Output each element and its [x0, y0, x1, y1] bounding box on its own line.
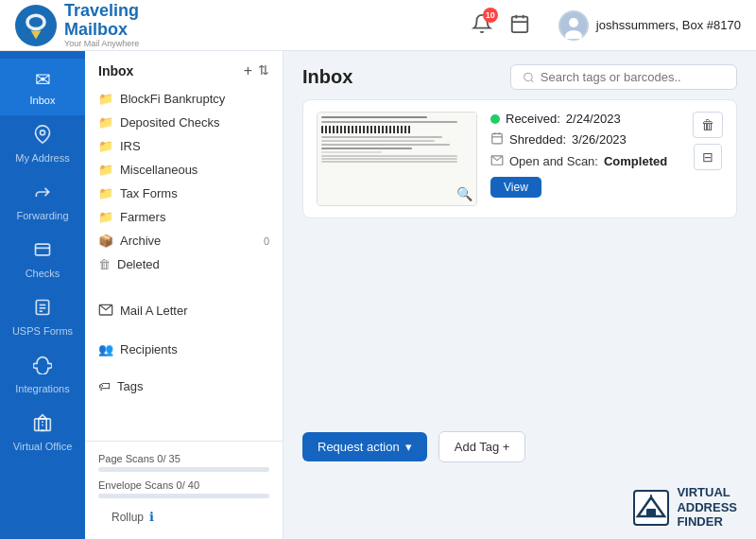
- folder-miscellaneous[interactable]: 📁 Miscellaneous: [85, 158, 283, 182]
- inbox-icon: ✉: [35, 68, 51, 91]
- open-scan-status: Completed: [604, 154, 667, 168]
- nav-inbox[interactable]: ✉ Inbox: [0, 59, 85, 115]
- forwarding-icon: [33, 183, 52, 206]
- rollup-label: Rollup: [112, 511, 144, 524]
- envelope-scans-label: Envelope Scans 0/ 40: [98, 479, 269, 491]
- location-icon: [33, 125, 52, 148]
- received-dot: [490, 114, 500, 124]
- folder-archive-count: 0: [264, 235, 269, 247]
- archive-icon: 📦: [98, 234, 113, 248]
- nav-virtual-office-label: Virtual Office: [13, 441, 73, 452]
- folder-archive[interactable]: 📦 Archive 0: [85, 229, 283, 252]
- header: TravelingMailbox Your Mail Anywhere 10: [0, 0, 756, 51]
- request-action-label: Request action: [318, 440, 400, 454]
- action-bar: Request action ▾ Add Tag +: [284, 424, 756, 476]
- folder-deleted-label: Deleted: [117, 257, 160, 271]
- mail-letter-section: Mail A Letter: [85, 287, 283, 328]
- request-action-btn[interactable]: Request action ▾: [302, 432, 427, 461]
- checks-icon: [33, 240, 52, 264]
- notification-bell[interactable]: 10: [472, 13, 492, 37]
- nav-usps-label: USPS Forms: [12, 325, 73, 337]
- svg-rect-12: [36, 244, 50, 255]
- virtual-office-icon: [33, 413, 52, 437]
- mail-meta: Received: 2/24/2023: [490, 112, 679, 198]
- folder-blockfi[interactable]: 📁 BlockFi Bankruptcy: [85, 87, 283, 111]
- open-scan-row: Open and Scan: Completed: [490, 153, 679, 169]
- tags-section: 🏷 Tags: [85, 365, 283, 402]
- folder-deposited-checks-label: Deposited Checks: [120, 115, 220, 130]
- logo-subtitle: Your Mail Anywhere: [64, 39, 139, 48]
- nav-virtual-office[interactable]: Virtual Office: [0, 404, 85, 461]
- nav-checks[interactable]: Checks: [0, 231, 85, 288]
- mail-actions: 🗑 ⊟: [693, 112, 723, 170]
- folder-farmers[interactable]: 📁 Farmers: [85, 205, 283, 229]
- folder-tax-forms-label: Tax Forms: [120, 186, 178, 200]
- nav-forwarding-label: Forwarding: [16, 210, 68, 221]
- svg-point-11: [41, 130, 45, 135]
- svg-line-24: [531, 79, 533, 81]
- filter-btn[interactable]: ⇅: [258, 62, 269, 79]
- nav-integrations[interactable]: Integrations: [0, 346, 85, 404]
- logo-title: TravelingMailbox: [64, 2, 139, 40]
- folder-farmers-label: Farmers: [120, 210, 165, 224]
- usps-icon: [33, 298, 52, 322]
- folder-blockfi-label: BlockFi Bankruptcy: [120, 92, 225, 106]
- nav-my-address[interactable]: My Address: [0, 115, 85, 173]
- trash-icon: 🗑: [98, 257, 111, 271]
- nav-integrations-label: Integrations: [15, 383, 69, 394]
- folder-tax-forms[interactable]: 📁 Tax Forms: [85, 182, 283, 205]
- open-scan-icon: [490, 153, 504, 169]
- add-tag-btn[interactable]: Add Tag +: [438, 431, 526, 462]
- received-row: Received: 2/24/2023: [490, 112, 679, 126]
- folder-irs-label: IRS: [120, 139, 141, 153]
- folder-icon: 📁: [98, 115, 113, 130]
- content-header: Inbox: [284, 51, 756, 99]
- integrations-icon: [33, 356, 52, 379]
- delete-mail-btn[interactable]: 🗑: [693, 112, 723, 138]
- svg-rect-31: [646, 509, 656, 516]
- folder-header: Inbox + ⇅: [85, 51, 283, 87]
- recipients-btn[interactable]: 👥 Recipients: [98, 338, 269, 361]
- magnify-icon[interactable]: 🔍: [456, 186, 472, 201]
- calendar-icon[interactable]: [509, 13, 530, 37]
- recipients-section: 👥 Recipients: [85, 328, 283, 365]
- rollup-row: Rollup ℹ: [98, 506, 269, 528]
- mail-letter-btn[interactable]: Mail A Letter: [98, 297, 269, 324]
- tags-btn[interactable]: 🏷 Tags: [98, 374, 269, 398]
- nav-forwarding[interactable]: Forwarding: [0, 173, 85, 231]
- folder-sidebar-title: Inbox: [98, 63, 133, 78]
- page-title: Inbox: [302, 66, 352, 88]
- svg-point-23: [524, 73, 533, 81]
- received-label: Received:: [506, 112, 560, 126]
- view-button[interactable]: View: [490, 177, 541, 198]
- folder-header-actions: + ⇅: [244, 62, 269, 79]
- archive-mail-btn[interactable]: ⊟: [694, 144, 722, 170]
- search-input[interactable]: [541, 70, 725, 84]
- rollup-info-icon: ℹ: [149, 510, 154, 524]
- user-info: joshssummers, Box #8170: [558, 10, 741, 41]
- nav-checks-label: Checks: [26, 268, 60, 279]
- folder-list: 📁 BlockFi Bankruptcy 📁 Deposited Checks …: [85, 87, 283, 287]
- page-scans-bar: [98, 467, 269, 472]
- folder-deposited-checks[interactable]: 📁 Deposited Checks: [85, 111, 283, 134]
- nav-usps-forms[interactable]: USPS Forms: [0, 288, 85, 346]
- shredded-date: 3/26/2023: [572, 132, 627, 147]
- tags-icon: 🏷: [98, 379, 111, 393]
- content-panel: Inbox: [284, 51, 756, 539]
- header-icons: 10 joshssummers, Box #8: [472, 10, 741, 41]
- recipients-icon: 👥: [98, 342, 113, 356]
- logo-icon: [15, 5, 57, 46]
- folder-icon: 📁: [98, 163, 113, 177]
- folder-deleted[interactable]: 🗑 Deleted: [85, 252, 283, 276]
- svg-point-2: [29, 17, 43, 27]
- envelope-scans-row: Envelope Scans 0/ 40: [98, 479, 269, 498]
- shredded-label: Shredded:: [509, 132, 566, 147]
- mail-area: 🔍 Received: 2/24/2023: [284, 99, 756, 424]
- logo-text: TravelingMailbox Your Mail Anywhere: [64, 2, 139, 49]
- folder-icon: 📁: [98, 210, 113, 224]
- vaf-text: VIRTUAL ADDRESS FINDER: [677, 485, 737, 530]
- search-box[interactable]: [510, 64, 737, 90]
- mail-card: 🔍 Received: 2/24/2023: [302, 99, 737, 218]
- folder-irs[interactable]: 📁 IRS: [85, 134, 283, 158]
- add-folder-btn[interactable]: +: [244, 62, 252, 79]
